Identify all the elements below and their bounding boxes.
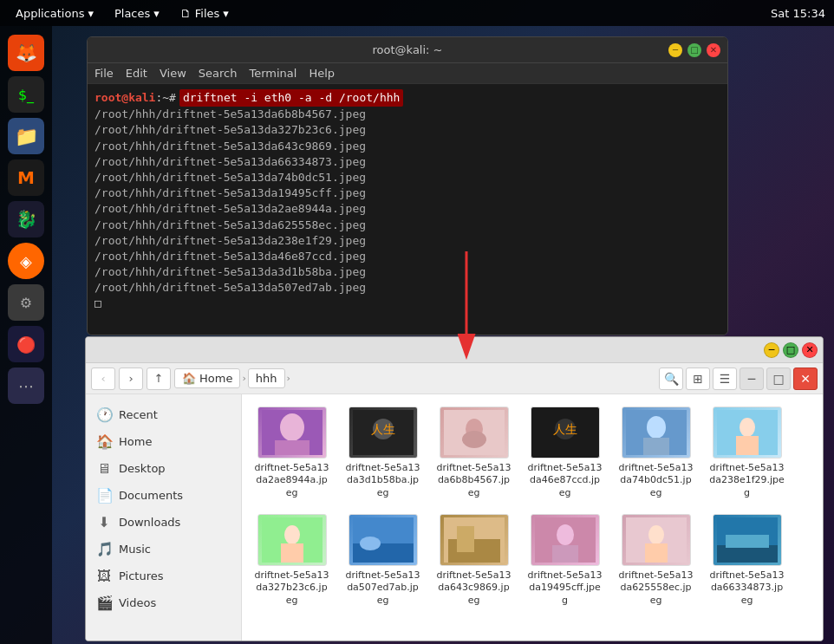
fm-minimize-button[interactable]: ─ bbox=[764, 342, 779, 358]
apps-grid-icon[interactable]: ⋯ bbox=[8, 368, 44, 404]
svg-text:人生: 人生 bbox=[553, 423, 577, 436]
output-line-1: /root/hhh/driftnet-5e5a13da6b8b4567.jpeg bbox=[94, 107, 720, 122]
places-label: Places bbox=[114, 7, 150, 20]
svg-point-10 bbox=[462, 431, 486, 448]
fm-menu-button[interactable]: ☰ bbox=[713, 368, 737, 390]
fm-bc-separator-2: › bbox=[287, 373, 290, 384]
file-item-11[interactable]: driftnet-5e5a13da625558ec.jpeg bbox=[615, 511, 697, 609]
output-line-7: /root/hhh/driftnet-5e5a13da2ae8944a.jpeg bbox=[94, 201, 720, 217]
terminal-dock-icon[interactable]: $_ bbox=[8, 76, 44, 113]
files-label: Files bbox=[195, 7, 220, 20]
svg-point-18 bbox=[740, 418, 755, 437]
fm-zoom-out-button[interactable]: ─ bbox=[740, 368, 764, 390]
videos-icon: 🎬 bbox=[96, 595, 112, 611]
file-item-7[interactable]: driftnet-5e5a13da327b23c6.jpeg bbox=[251, 511, 333, 609]
fm-forward-button[interactable]: › bbox=[119, 368, 143, 390]
fm-body: 🕐 Recent 🏠 Home 🖥 Desktop 📄 Documents ⬇ … bbox=[86, 394, 823, 641]
downloads-icon: ⬇ bbox=[96, 514, 112, 530]
file-item-1[interactable]: driftnet-5e5a13da2ae8944a.jpeg bbox=[251, 403, 333, 502]
file-item-9[interactable]: driftnet-5e5a13da643c9869.jpeg bbox=[433, 511, 515, 609]
taskbar-time: Sat 15:34 bbox=[771, 7, 825, 20]
terminal-menu-edit[interactable]: Edit bbox=[126, 67, 147, 80]
applications-menu[interactable]: Applications ▾ bbox=[9, 5, 101, 22]
file-name-4: driftnet-5e5a13da46e87ccd.jpeg bbox=[527, 462, 603, 498]
fm-search-button[interactable]: 🔍 bbox=[659, 368, 683, 390]
fm-window-button[interactable]: □ bbox=[766, 368, 791, 390]
applications-arrow-icon: ▾ bbox=[88, 7, 94, 20]
burpsuite-icon[interactable]: ◈ bbox=[8, 243, 44, 279]
file-item-6[interactable]: driftnet-5e5a13da238e1f29.jpeg bbox=[706, 403, 788, 502]
fm-view-toggle-button[interactable]: ⊞ bbox=[686, 368, 710, 390]
file-name-9: driftnet-5e5a13da643c9869.jpeg bbox=[436, 569, 511, 606]
places-menu[interactable]: Places ▾ bbox=[108, 5, 166, 22]
fm-bc-home[interactable]: 🏠 Home bbox=[174, 368, 240, 388]
fm-back-button[interactable]: ‹ bbox=[91, 368, 115, 390]
file-name-10: driftnet-5e5a13da19495cff.jpeg bbox=[527, 569, 603, 606]
fm-bc-hhh[interactable]: hhh bbox=[248, 368, 285, 388]
svg-point-33 bbox=[648, 525, 664, 544]
output-line-9: /root/hhh/driftnet-5e5a13da238e1f29.jpeg bbox=[94, 233, 720, 249]
sidebar-item-documents[interactable]: 📄 Documents bbox=[86, 482, 241, 509]
fm-up-button[interactable]: ↑ bbox=[147, 368, 171, 390]
sidebar-item-recent[interactable]: 🕐 Recent bbox=[86, 401, 241, 428]
terminal-menu-search[interactable]: Search bbox=[199, 67, 238, 80]
file-item-4[interactable]: 人生 driftnet-5e5a13da46e87ccd.jpeg bbox=[524, 403, 606, 502]
sidebar-pictures-label: Pictures bbox=[119, 569, 163, 582]
pictures-icon: 🖼 bbox=[96, 568, 112, 584]
terminal-body[interactable]: root@kali :~# driftnet -i eth0 -a -d /ro… bbox=[88, 84, 727, 335]
sidebar-documents-label: Documents bbox=[119, 489, 183, 502]
output-line-8: /root/hhh/driftnet-5e5a13da625558ec.jpeg bbox=[94, 218, 720, 233]
sidebar-item-music[interactable]: 🎵 Music bbox=[86, 536, 241, 563]
file-item-8[interactable]: driftnet-5e5a13da507ed7ab.jpeg bbox=[342, 511, 424, 609]
file-thumb-6 bbox=[713, 407, 782, 459]
terminal-prompt-line: root@kali :~# driftnet -i eth0 -a -d /ro… bbox=[94, 89, 720, 107]
terminal-menu-view[interactable]: View bbox=[160, 67, 186, 80]
terminal-menu-terminal[interactable]: Terminal bbox=[249, 67, 296, 80]
settings-dock-icon[interactable]: ⚙ bbox=[8, 284, 44, 321]
fm-toolbar: ‹ › ↑ 🏠 Home › hhh › 🔍 ⊞ ☰ ─ □ ✕ bbox=[86, 363, 823, 394]
fm-maximize-button[interactable]: □ bbox=[783, 342, 798, 358]
fm-close-button[interactable]: ✕ bbox=[802, 342, 818, 358]
kali-dragon-icon[interactable]: 🐉 bbox=[8, 201, 44, 237]
file-item-3[interactable]: driftnet-5e5a13da6b8b4567.jpeg bbox=[433, 403, 515, 502]
file-item-2[interactable]: 人生 driftnet-5e5a13da3d1b58ba.jpeg bbox=[342, 403, 424, 502]
svg-rect-16 bbox=[643, 438, 669, 455]
manticore-dock-icon[interactable]: M bbox=[8, 159, 44, 196]
sidebar-item-desktop[interactable]: 🖥 Desktop bbox=[86, 455, 241, 482]
home-sidebar-icon: 🏠 bbox=[96, 433, 112, 450]
file-thumb-3 bbox=[440, 407, 509, 459]
terminal-maximize-button[interactable]: □ bbox=[687, 43, 701, 57]
terminal-window-buttons: ─ □ ✕ bbox=[668, 43, 720, 57]
file-thumb-9 bbox=[440, 514, 509, 566]
terminal-minimize-button[interactable]: ─ bbox=[668, 43, 682, 57]
home-icon: 🏠 bbox=[182, 372, 196, 385]
terminal-close-button[interactable]: ✕ bbox=[707, 43, 720, 57]
folder-dock-icon[interactable]: 📁 bbox=[8, 118, 44, 154]
files-menu[interactable]: 🗋 Files ▾ bbox=[173, 5, 236, 22]
terminal-menu-file[interactable]: File bbox=[94, 67, 114, 80]
recent-icon: 🕐 bbox=[96, 407, 112, 423]
firefox-dock-icon[interactable]: 🦊 bbox=[8, 35, 44, 71]
file-name-8: driftnet-5e5a13da507ed7ab.jpeg bbox=[345, 569, 420, 606]
sidebar-recent-label: Recent bbox=[119, 408, 158, 421]
terminal-menubar: File Edit View Search Terminal Help bbox=[88, 63, 727, 84]
file-item-10[interactable]: driftnet-5e5a13da19495cff.jpeg bbox=[524, 511, 606, 609]
svg-rect-19 bbox=[736, 436, 759, 455]
file-item-5[interactable]: driftnet-5e5a13da74b0dc51.jpeg bbox=[615, 403, 697, 502]
file-thumb-12 bbox=[713, 514, 782, 566]
sidebar-item-videos[interactable]: 🎬 Videos bbox=[86, 589, 241, 616]
file-item-12[interactable]: driftnet-5e5a13da66334873.jpeg bbox=[706, 511, 788, 609]
fm-titlebar: ─ □ ✕ bbox=[86, 337, 823, 363]
exploit-dock-icon[interactable]: 🔴 bbox=[8, 326, 44, 362]
terminal-menu-help[interactable]: Help bbox=[309, 67, 335, 80]
fm-content: driftnet-5e5a13da2ae8944a.jpeg 人生 driftn… bbox=[242, 394, 823, 641]
file-thumb-4: 人生 bbox=[531, 407, 600, 459]
fm-close-toolbar-button[interactable]: ✕ bbox=[793, 368, 818, 390]
sidebar-item-home[interactable]: 🏠 Home bbox=[86, 428, 241, 455]
sidebar-item-downloads[interactable]: ⬇ Downloads bbox=[86, 509, 241, 536]
fm-toolbar-right: 🔍 ⊞ ☰ ─ □ ✕ bbox=[659, 368, 818, 390]
output-line-12: /root/hhh/driftnet-5e5a13da507ed7ab.jpeg bbox=[94, 280, 720, 296]
file-name-12: driftnet-5e5a13da66334873.jpeg bbox=[709, 569, 785, 606]
output-line-11: /root/hhh/driftnet-5e5a13da3d1b58ba.jpeg bbox=[94, 264, 720, 280]
sidebar-item-pictures[interactable]: 🖼 Pictures bbox=[86, 563, 241, 589]
